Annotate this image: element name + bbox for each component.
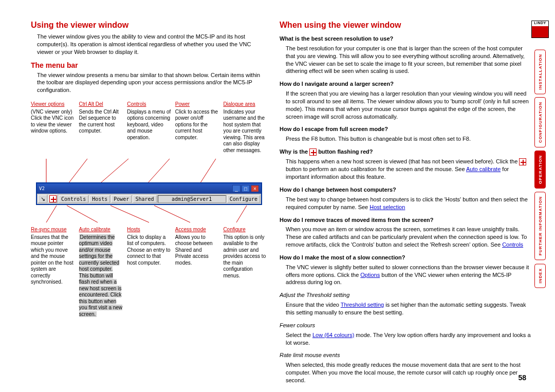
- toolbar-diagram: V2 _ □ × ↘ Controls Hosts Power Shared a…: [31, 157, 267, 223]
- para-menubar: The viewer window presents a menu bar si…: [31, 71, 267, 95]
- callout-link[interactable]: Hosts: [127, 227, 171, 233]
- faq-answer: If the screen that you are viewing has a…: [280, 90, 531, 120]
- faq-question: What is the best screen resolution to us…: [280, 35, 531, 43]
- sub-heading: Rate limit mouse events: [280, 351, 531, 359]
- faq-answer: This happens when a new host screen is v…: [280, 158, 531, 181]
- heading-menubar: The menu bar: [31, 61, 267, 69]
- vnc-icon: V2: [39, 186, 45, 191]
- hosts-button[interactable]: Hosts: [89, 195, 110, 203]
- inline-link[interactable]: Threshold setting: [341, 302, 384, 308]
- callout-link[interactable]: Configure: [223, 227, 267, 233]
- faq-question: How do I change between host computers?: [280, 186, 531, 194]
- brand-logo: LINDY: [531, 21, 549, 38]
- callout-link[interactable]: Controls: [127, 101, 171, 108]
- auto-calibrate-icon[interactable]: [48, 195, 58, 203]
- faq-answer: The best way to change between host comp…: [280, 196, 531, 211]
- faq-question: How do I remove traces of moved items fr…: [280, 216, 531, 224]
- faq-answer: The VNC viewer is slightly better suited…: [280, 264, 531, 287]
- power-button[interactable]: Power: [111, 195, 132, 203]
- inline-link[interactable]: Host selection: [369, 204, 405, 210]
- callout: Auto calibrateDetermines the optimum vid…: [79, 227, 123, 318]
- callout: Dialogue areaIndicates your username and…: [223, 101, 267, 154]
- faq-answer: When you move an item or window across t…: [280, 226, 531, 249]
- close-icon[interactable]: ×: [251, 185, 259, 192]
- callout: Access modeAllows you to choose between …: [175, 227, 219, 318]
- heading-when-using: When using the viewer window: [280, 21, 531, 30]
- callout-link[interactable]: Viewer options: [31, 101, 75, 108]
- resync-mouse-icon[interactable]: ↘: [38, 195, 47, 203]
- callout: Re-sync mouseEnsures that the mouse poin…: [31, 227, 75, 318]
- configure-button[interactable]: Configure: [227, 195, 260, 203]
- svg-line-7: [110, 206, 149, 222]
- calibrate-icon: [519, 158, 526, 165]
- para-using: The viewer window gives you the ability …: [31, 33, 267, 56]
- callout-link[interactable]: Auto calibrate: [79, 227, 123, 233]
- callout-link[interactable]: Re-sync mouse: [31, 227, 75, 233]
- callout-link[interactable]: Dialogue area: [223, 101, 267, 108]
- svg-line-6: [67, 206, 98, 222]
- toolbar-row: ↘ Controls Hosts Power Shared admin@Serv…: [37, 194, 261, 204]
- window-titlebar: V2 _ □ ×: [37, 183, 261, 194]
- nav-tab-index[interactable]: INDEX: [534, 264, 546, 288]
- window-buttons: _ □ ×: [232, 185, 259, 192]
- page-number: 58: [518, 374, 526, 382]
- viewer-toolbar: V2 _ □ × ↘ Controls Hosts Power Shared a…: [36, 182, 262, 205]
- callouts-bottom: Re-sync mouseEnsures that the mouse poin…: [31, 227, 267, 318]
- callouts-top: Viewer options(VNC viewer only) Click th…: [31, 101, 267, 154]
- sub-heading: Adjust the Threshold setting: [280, 291, 531, 299]
- faq-question: Why is the button flashing red?: [280, 148, 531, 156]
- svg-line-5: [46, 206, 57, 222]
- heading-using: Using the viewer window: [31, 21, 267, 30]
- inline-link[interactable]: Low (64 colours): [312, 332, 354, 338]
- auto-calibrate-link[interactable]: Auto calibrate: [466, 166, 501, 172]
- maximize-icon[interactable]: □: [242, 185, 250, 192]
- callout-link[interactable]: Power: [175, 101, 219, 108]
- callout: PowerClick to access the power on/off op…: [175, 101, 219, 154]
- nav-tab-configuration[interactable]: CONFIGURATION: [534, 97, 546, 147]
- callout: Viewer options(VNC viewer only) Click th…: [31, 101, 75, 154]
- faq-answer: Press the F8 button. This button is chan…: [280, 135, 531, 143]
- callout: ControlsDisplays a menu of options conce…: [127, 101, 171, 154]
- faq-question: How do I escape from full screen mode?: [280, 125, 531, 133]
- sidebar-nav: LINDY INSTALLATIONCONFIGURATIONOPERATION…: [531, 21, 549, 291]
- inline-link[interactable]: Options: [360, 272, 380, 278]
- faq-answer: The best resolution for your computer is…: [280, 45, 531, 75]
- sub-heading: Fewer colours: [280, 322, 531, 329]
- sub-text: When selected, this mode greatly reduces…: [280, 361, 531, 384]
- callout: ConfigureThis option is only available t…: [223, 227, 267, 318]
- callout: HostsClick to display a list of computer…: [127, 227, 171, 318]
- calibrate-icon: [309, 148, 317, 156]
- faq-question: How do I make the most of a slow connect…: [280, 254, 531, 262]
- callout-link[interactable]: Ctrl Alt Del: [79, 101, 123, 108]
- access-mode-button[interactable]: Shared: [133, 195, 156, 203]
- nav-tab-further-information[interactable]: FURTHER INFORMATION: [534, 192, 546, 260]
- svg-line-9: [236, 206, 247, 222]
- controls-button[interactable]: Controls: [59, 195, 88, 203]
- sub-text: Select the Low (64 colours) mode. The Ve…: [280, 331, 531, 347]
- inline-link[interactable]: Controls: [502, 241, 523, 248]
- sub-text: Ensure that the video Threshold setting …: [280, 301, 531, 316]
- minimize-icon[interactable]: _: [232, 185, 240, 192]
- nav-tab-operation[interactable]: OPERATION: [534, 151, 546, 189]
- faq-question: How do I navigate around a larger screen…: [280, 80, 531, 88]
- dialogue-area: admin@Server1: [158, 195, 226, 203]
- callout: Ctrl Alt DelSends the Ctrl Alt Del seque…: [79, 101, 123, 154]
- nav-tab-installation[interactable]: INSTALLATION: [534, 49, 546, 94]
- callout-link[interactable]: Access mode: [175, 227, 219, 233]
- svg-line-8: [154, 206, 190, 222]
